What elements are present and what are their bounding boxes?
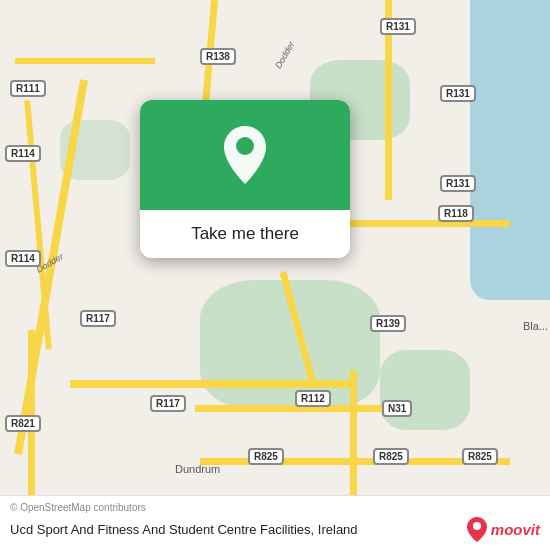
road-r111 xyxy=(15,58,155,64)
badge-r131-1: R131 xyxy=(380,18,416,35)
badge-r138: R138 xyxy=(200,48,236,65)
badge-r118: R118 xyxy=(438,205,474,222)
badge-r139: R139 xyxy=(370,315,406,332)
badge-r114-2: R114 xyxy=(5,250,41,267)
location-pin-icon xyxy=(219,124,271,186)
badge-n31: N31 xyxy=(382,400,412,417)
badge-r114-1: R114 xyxy=(5,145,41,162)
place-name: Ucd Sport And Fitness And Student Centre… xyxy=(10,522,458,537)
badge-r825-3: R825 xyxy=(462,448,498,465)
badge-r111: R111 xyxy=(10,80,46,97)
map-attribution: © OpenStreetMap contributors xyxy=(10,502,540,513)
road-n31 xyxy=(350,370,357,500)
bottom-bar: © OpenStreetMap contributors Ucd Sport A… xyxy=(0,495,550,550)
badge-r131-2: R131 xyxy=(440,85,476,102)
water-body-2 xyxy=(495,0,550,200)
badge-r117-3: R117 xyxy=(150,395,186,412)
popup-card: Take me there xyxy=(140,100,350,258)
blackrock-label: Bla... xyxy=(523,320,548,332)
badge-r825-2: R825 xyxy=(373,448,409,465)
road-r112 xyxy=(195,405,395,412)
dundrum-label: Dundrum xyxy=(175,463,220,475)
map-container: Dodder Dodder R131 R131 R131 R138 R111 R… xyxy=(0,0,550,550)
road-r118 xyxy=(330,220,510,227)
svg-point-1 xyxy=(473,522,481,530)
svg-point-0 xyxy=(236,137,254,155)
moovit-logo: moovit xyxy=(466,516,540,542)
green-park-3 xyxy=(380,350,470,430)
moovit-pin-icon xyxy=(466,516,488,542)
badge-r131-3: R131 xyxy=(440,175,476,192)
badge-r821: R821 xyxy=(5,415,41,432)
moovit-brand-text: moovit xyxy=(491,521,540,538)
badge-r825-1: R825 xyxy=(248,448,284,465)
badge-r117-2: R117 xyxy=(80,310,116,327)
badge-r112: R112 xyxy=(295,390,331,407)
place-name-row: Ucd Sport And Fitness And Student Centre… xyxy=(10,516,540,542)
popup-button-area: Take me there xyxy=(140,210,350,258)
popup-header xyxy=(140,100,350,210)
take-me-there-button[interactable]: Take me there xyxy=(179,220,311,248)
